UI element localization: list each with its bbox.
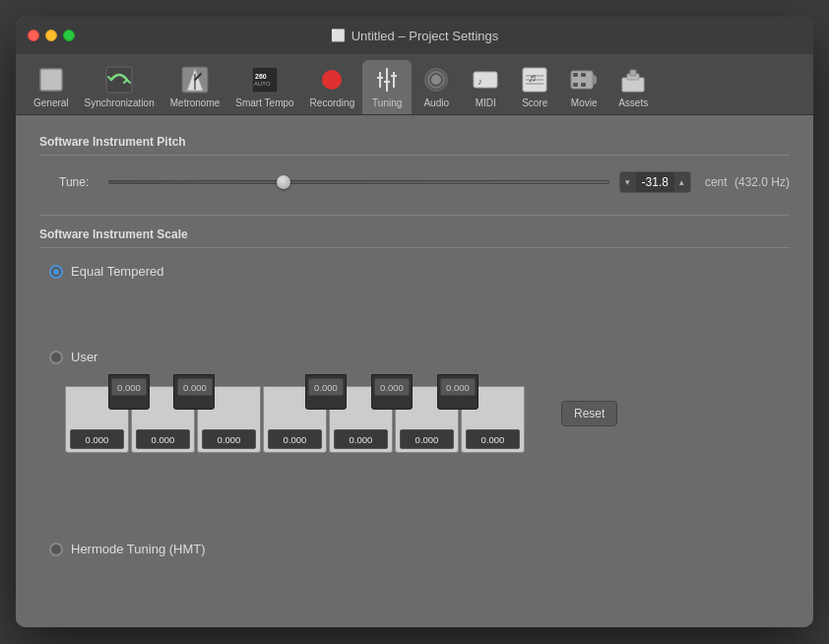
- scale-widget-wrapper: 0.000 0.000 0.000 0.000 0.000 0.000 0.00…: [65, 374, 790, 453]
- titlebar: ⬜ Untitled – Project Settings: [16, 17, 813, 54]
- tune-slider-track[interactable]: [108, 180, 609, 184]
- tab-tuning[interactable]: Tuning: [362, 60, 412, 114]
- input-b[interactable]: 0.000: [466, 429, 520, 449]
- input-fs[interactable]: 0.000: [308, 378, 344, 396]
- tune-note: (432.0 Hz): [734, 175, 790, 189]
- assets-icon: [617, 64, 649, 96]
- toolbar: General Synchronization: [16, 54, 813, 115]
- svg-point-17: [431, 75, 441, 85]
- svg-text:♪: ♪: [478, 76, 482, 87]
- general-icon: [35, 64, 67, 96]
- svg-rect-30: [581, 73, 586, 77]
- svg-rect-35: [630, 70, 636, 76]
- svg-text:260: 260: [255, 73, 267, 80]
- svg-text:♬: ♬: [528, 71, 537, 85]
- radio-equal-tempered[interactable]: Equal Tempered: [39, 258, 790, 285]
- section-divider: [39, 215, 790, 216]
- input-as[interactable]: 0.000: [440, 378, 476, 396]
- input-f[interactable]: 0.000: [268, 429, 322, 449]
- reset-button[interactable]: Reset: [561, 401, 617, 426]
- close-button[interactable]: [28, 30, 39, 41]
- tab-smart-tempo[interactable]: 260 AUTO Smart Tempo: [227, 60, 301, 114]
- content-area: Software Instrument Pitch Tune: ▾ -31.8 …: [16, 115, 813, 627]
- equal-tempered-spacer: [39, 285, 790, 344]
- pitch-section: Software Instrument Pitch Tune: ▾ -31.8 …: [39, 135, 790, 199]
- tune-value-control[interactable]: ▾ -31.8 ▴: [619, 171, 691, 193]
- tab-general[interactable]: General: [26, 60, 77, 114]
- tab-metronome[interactable]: Metronome: [162, 60, 228, 114]
- input-cs[interactable]: 0.000: [111, 378, 147, 396]
- tab-recording[interactable]: Recording: [302, 60, 363, 114]
- window: ⬜ Untitled – Project Settings General: [16, 17, 813, 627]
- smart-tempo-icon: 260 AUTO: [249, 64, 281, 96]
- midi-icon: ♪: [470, 64, 501, 96]
- tab-score[interactable]: ♬ Score: [510, 60, 559, 114]
- input-e[interactable]: 0.000: [202, 429, 256, 449]
- radio-equal-tempered-btn[interactable]: [49, 265, 63, 279]
- radio-hermode[interactable]: Hermode Tuning (HMT): [39, 536, 790, 562]
- user-spacer: [39, 457, 790, 536]
- svg-rect-29: [573, 73, 578, 77]
- pitch-header: Software Instrument Pitch: [39, 135, 790, 156]
- score-icon: ♬: [519, 64, 550, 96]
- tune-slider-container[interactable]: [108, 172, 609, 192]
- svg-rect-31: [573, 83, 578, 87]
- svg-text:AUTO: AUTO: [254, 81, 271, 87]
- radio-user[interactable]: User: [39, 344, 790, 370]
- tune-value-display: -31.8: [636, 175, 674, 189]
- input-g[interactable]: 0.000: [334, 429, 388, 449]
- tab-audio[interactable]: Audio: [412, 60, 461, 114]
- movie-icon: [568, 64, 600, 96]
- input-d[interactable]: 0.000: [136, 429, 190, 449]
- scale-header: Software Instrument Scale: [39, 227, 790, 248]
- svg-marker-28: [593, 74, 597, 86]
- tune-slider-thumb[interactable]: [277, 175, 290, 189]
- scale-section: Software Instrument Scale Equal Tempered…: [39, 227, 790, 562]
- tab-synchronization[interactable]: Synchronization: [77, 60, 162, 114]
- metronome-icon: [179, 64, 211, 96]
- svg-point-9: [322, 70, 342, 90]
- audio-icon: [420, 64, 452, 96]
- maximize-button[interactable]: [63, 30, 75, 41]
- sync-icon: [103, 64, 135, 96]
- tab-assets[interactable]: Assets: [608, 60, 658, 114]
- tune-decrement-button[interactable]: ▾: [620, 171, 636, 193]
- input-ds[interactable]: 0.000: [177, 378, 213, 396]
- tune-row: Tune: ▾ -31.8 ▴ cent (432.0 Hz): [39, 165, 790, 199]
- radio-equal-tempered-label: Equal Tempered: [71, 264, 163, 279]
- window-title: ⬜ Untitled – Project Settings: [331, 29, 499, 43]
- input-gs[interactable]: 0.000: [374, 378, 410, 396]
- traffic-lights: [28, 30, 75, 41]
- input-a[interactable]: 0.000: [400, 429, 454, 449]
- radio-user-btn[interactable]: [49, 351, 63, 364]
- tune-increment-button[interactable]: ▴: [674, 171, 690, 193]
- tune-label: Tune:: [59, 175, 98, 189]
- piano-scale-widget: 0.000 0.000 0.000 0.000 0.000 0.000 0.00…: [65, 374, 543, 453]
- minimize-button[interactable]: [45, 30, 57, 41]
- radio-user-label: User: [71, 350, 97, 364]
- input-c[interactable]: 0.000: [70, 429, 124, 449]
- svg-rect-0: [40, 69, 62, 91]
- radio-hermode-btn[interactable]: [49, 543, 63, 556]
- svg-rect-6: [252, 67, 278, 93]
- tune-unit: cent (432.0 Hz): [705, 175, 790, 189]
- radio-hermode-label: Hermode Tuning (HMT): [71, 542, 206, 556]
- tab-movie[interactable]: Movie: [559, 60, 608, 114]
- tuning-icon: [371, 64, 403, 96]
- recording-icon: [316, 64, 348, 96]
- svg-rect-32: [581, 83, 586, 87]
- tab-midi[interactable]: ♪ MIDI: [461, 60, 510, 114]
